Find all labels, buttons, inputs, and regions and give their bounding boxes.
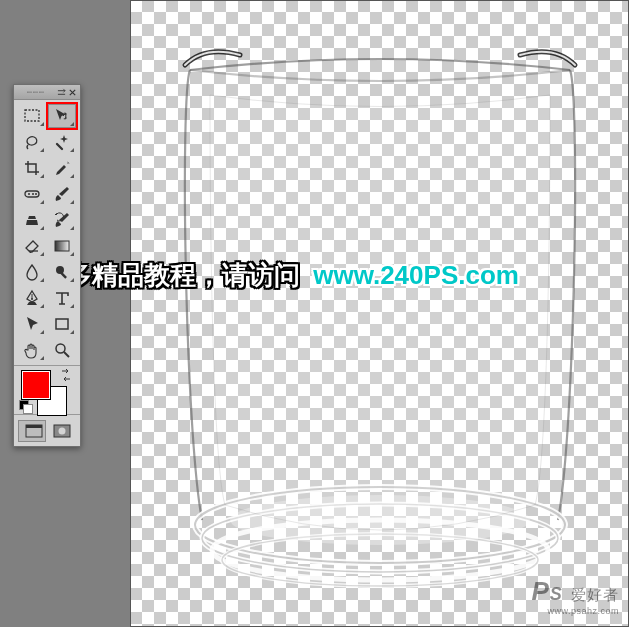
svg-point-16: [31, 298, 33, 300]
history-brush-tool[interactable]: [48, 208, 76, 232]
svg-point-2: [202, 504, 558, 572]
svg-point-18: [56, 344, 65, 353]
tools-titlebar[interactable]: ┉┉┉: [14, 85, 80, 100]
blur-tool[interactable]: [18, 260, 46, 284]
svg-point-3: [202, 504, 558, 572]
svg-point-6: [222, 534, 538, 586]
swap-colors-icon[interactable]: [59, 368, 73, 382]
eraser-tool[interactable]: [18, 234, 46, 258]
lasso-tool[interactable]: [18, 130, 46, 154]
svg-rect-8: [25, 110, 39, 121]
quick-selection-tool[interactable]: [48, 130, 76, 154]
zoom-tool[interactable]: [48, 338, 76, 362]
svg-point-14: [56, 266, 64, 274]
crop-tool[interactable]: [18, 156, 46, 180]
svg-rect-13: [55, 241, 69, 251]
promo-text-url: www.240PS.com: [313, 260, 519, 290]
svg-point-4: [212, 520, 548, 580]
collapse-icon[interactable]: [57, 88, 66, 97]
svg-rect-15: [60, 272, 67, 279]
foreground-color-swatch[interactable]: [21, 370, 51, 400]
gradient-tool[interactable]: [48, 234, 76, 258]
svg-point-10: [28, 193, 30, 195]
move-tool[interactable]: [48, 104, 76, 128]
watermark-brand-s: S: [550, 584, 563, 604]
watermark-brand-cn: 爱好者: [571, 586, 619, 603]
canvas[interactable]: [130, 0, 629, 627]
svg-rect-20: [26, 425, 42, 428]
dodge-tool[interactable]: [48, 260, 76, 284]
tools-panel[interactable]: ┉┉┉: [13, 84, 81, 447]
svg-point-1: [195, 487, 565, 563]
separator: [14, 365, 80, 366]
path-selection-tool[interactable]: [18, 312, 46, 336]
brush-tool[interactable]: [48, 182, 76, 206]
eyedropper-tool[interactable]: [48, 156, 76, 180]
svg-point-7: [230, 495, 530, 545]
rectangular-marquee-tool[interactable]: [18, 104, 46, 128]
watermark-brand-p: P: [531, 576, 549, 606]
svg-point-0: [195, 487, 565, 563]
quick-mask-mode[interactable]: [48, 420, 76, 442]
standard-screen-mode[interactable]: [18, 420, 46, 442]
hand-tool[interactable]: [18, 338, 46, 362]
promo-text-overlay: 更多精品教程，请访问 www.240PS.com: [40, 258, 519, 293]
close-icon[interactable]: [68, 88, 77, 97]
svg-point-11: [32, 193, 34, 195]
clone-stamp-tool[interactable]: [18, 208, 46, 232]
svg-point-5: [222, 534, 538, 586]
watermark: PS 爱好者 www.psahz.com: [531, 583, 619, 619]
spot-healing-brush-tool[interactable]: [18, 182, 46, 206]
rectangle-tool[interactable]: [48, 312, 76, 336]
pen-tool[interactable]: [18, 286, 46, 310]
horizontal-type-tool[interactable]: [48, 286, 76, 310]
svg-point-12: [35, 193, 37, 195]
svg-point-22: [59, 428, 66, 435]
svg-rect-17: [56, 319, 68, 329]
color-swatch[interactable]: [17, 368, 77, 412]
default-colors-icon[interactable]: [19, 400, 31, 412]
glass-cup-artwork: [130, 0, 629, 627]
drag-grip-icon: ┉┉┉: [17, 88, 55, 97]
